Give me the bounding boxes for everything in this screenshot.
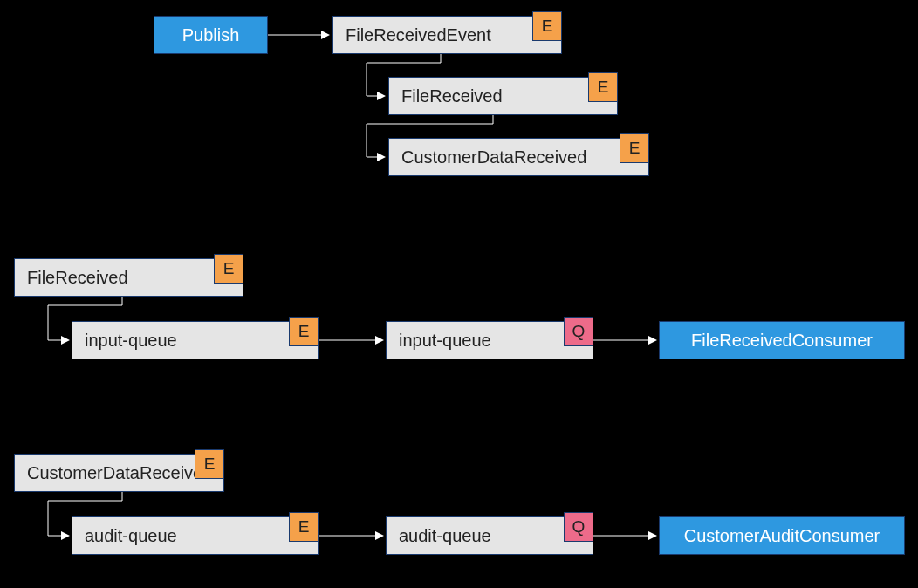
customerauditconsumer-label: CustomerAuditConsumer [684, 526, 880, 546]
publish-label: Publish [182, 25, 240, 45]
svg-marker-11 [377, 153, 386, 161]
filereceived-top-label: FileReceived [401, 86, 503, 106]
badge-e-icon: E [214, 254, 243, 284]
customerauditconsumer-node: CustomerAuditConsumer [659, 516, 905, 555]
input-queue-right-node: input-queue Q [386, 321, 593, 359]
badge-q-icon: Q [564, 317, 593, 346]
audit-queue-right-label: audit-queue [399, 526, 491, 546]
customerdatareceived-bot-label: CustomerDataReceived [27, 463, 212, 483]
filereceivedconsumer-label: FileReceivedConsumer [691, 331, 873, 351]
svg-marker-1 [321, 31, 330, 39]
input-queue-right-label: input-queue [399, 331, 491, 351]
svg-marker-20 [648, 336, 657, 345]
badge-e-icon: E [532, 11, 562, 41]
filereceived-mid-node: FileReceived E [14, 258, 243, 297]
filereceivedevent-node: FileReceivedEvent E [332, 16, 562, 54]
customerdatareceived-top-label: CustomerDataReceived [401, 147, 586, 168]
filereceived-top-node: FileReceived E [388, 77, 618, 115]
badge-e-icon: E [289, 317, 319, 346]
filereceivedevent-label: FileReceivedEvent [346, 25, 491, 45]
input-queue-left-label: input-queue [85, 331, 177, 351]
customerdatareceived-bot-node: CustomerDataReceived E [14, 454, 224, 492]
svg-marker-16 [61, 336, 70, 345]
badge-e-icon: E [195, 449, 224, 479]
badge-e-icon: E [620, 133, 649, 163]
publish-node: Publish [154, 16, 268, 54]
badge-e-icon: E [588, 72, 618, 102]
svg-marker-29 [648, 531, 657, 540]
filereceivedconsumer-node: FileReceivedConsumer [659, 321, 905, 359]
svg-marker-18 [375, 336, 384, 345]
audit-queue-left-label: audit-queue [85, 526, 177, 546]
badge-e-icon: E [289, 512, 319, 542]
badge-q-icon: Q [564, 512, 593, 542]
svg-marker-6 [377, 92, 386, 100]
customerdatareceived-top-node: CustomerDataReceived E [388, 138, 649, 176]
input-queue-left-node: input-queue E [72, 321, 319, 359]
svg-marker-27 [375, 531, 384, 540]
svg-marker-25 [61, 531, 70, 540]
audit-queue-right-node: audit-queue Q [386, 516, 593, 555]
audit-queue-left-node: audit-queue E [72, 516, 319, 555]
filereceived-mid-label: FileReceived [27, 268, 128, 288]
